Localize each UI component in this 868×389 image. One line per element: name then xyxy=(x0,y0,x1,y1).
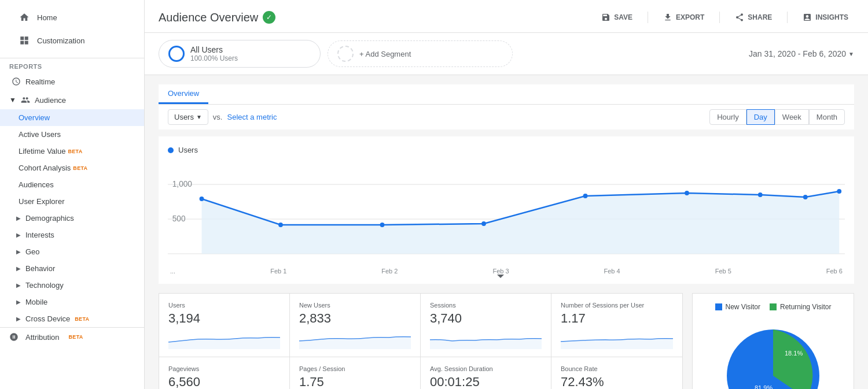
svg-point-6 xyxy=(278,223,283,227)
svg-text:18.1%: 18.1% xyxy=(785,350,803,357)
stat-card-6: Avg. Session Duration 00:01:25 xyxy=(421,357,551,389)
sidebar: Home Customization REPORTS Realtime ▼ Au… xyxy=(0,0,145,389)
chevron-right-tech-icon: ▶ xyxy=(16,282,21,288)
sidebar-item-behavior[interactable]: ▶ Behavior xyxy=(0,260,144,277)
save-icon xyxy=(601,13,610,22)
sidebar-item-attribution[interactable]: Attribution BETA xyxy=(0,327,144,346)
sidebar-item-geo[interactable]: ▶ Geo xyxy=(0,243,144,260)
metric-select: Users ▼ vs. Select a metric xyxy=(168,109,277,125)
sidebar-top: Home Customization xyxy=(0,0,144,58)
stats-grid-container: Users 3,194 New Users 2,833 Sessions 3,7… xyxy=(159,293,683,389)
header-divider-2 xyxy=(719,12,720,23)
sidebar-item-active-users[interactable]: Active Users xyxy=(0,126,144,143)
select-metric-link[interactable]: Select a metric xyxy=(227,113,277,121)
segment-bar: All Users 100.00% Users + Add Segment Ja… xyxy=(145,33,868,75)
page-title: Audience Overview ✓ xyxy=(159,11,275,24)
insights-button[interactable]: INSIGHTS xyxy=(797,9,854,25)
time-buttons: Hourly Day Week Month xyxy=(709,109,845,125)
chevron-right-mobile-icon: ▶ xyxy=(16,299,21,305)
sidebar-item-realtime[interactable]: Realtime xyxy=(0,72,144,91)
line-chart-svg: 1,000 500 xyxy=(168,161,845,265)
tab-bar: Overview xyxy=(159,84,854,105)
stat-card-2: Sessions 3,740 xyxy=(421,294,551,357)
day-button[interactable]: Day xyxy=(746,109,775,125)
chevron-right-behavior-icon: ▶ xyxy=(16,265,21,272)
svg-point-11 xyxy=(758,192,763,197)
sidebar-item-demographics[interactable]: ▶ Demographics xyxy=(0,210,144,227)
reports-label: REPORTS xyxy=(0,58,144,72)
svg-text:1,000: 1,000 xyxy=(172,179,192,188)
main-header: Audience Overview ✓ SAVE EXPORT SHARE IN… xyxy=(145,0,868,33)
share-button[interactable]: SHARE xyxy=(729,9,778,25)
mini-chart-3 xyxy=(561,331,673,349)
pie-chart: New Visitor Returning Visitor xyxy=(692,293,854,389)
stats-section: Users 3,194 New Users 2,833 Sessions 3,7… xyxy=(159,293,854,389)
sidebar-item-overview[interactable]: Overview xyxy=(0,109,144,126)
chevron-right-cross-icon: ▶ xyxy=(16,316,21,322)
mini-chart-2 xyxy=(430,331,542,349)
sidebar-item-audiences[interactable]: Audiences xyxy=(0,176,144,193)
sidebar-item-audience[interactable]: ▼ Audience xyxy=(0,91,144,109)
add-segment-circle xyxy=(337,46,354,62)
tab-overview[interactable]: Overview xyxy=(159,84,208,104)
tabs-container: Overview xyxy=(159,84,854,104)
export-icon xyxy=(663,13,672,22)
month-button[interactable]: Month xyxy=(809,109,845,125)
add-segment-button[interactable]: + Add Segment xyxy=(328,40,513,67)
realtime-icon xyxy=(12,77,21,86)
sidebar-item-user-explorer[interactable]: User Explorer xyxy=(0,193,144,210)
chevron-right-interests-icon: ▶ xyxy=(16,232,21,238)
home-icon xyxy=(19,12,30,23)
all-users-segment[interactable]: All Users 100.00% Users xyxy=(159,40,321,68)
controls-row: Users ▼ vs. Select a metric Hourly Day W… xyxy=(159,105,854,129)
users-dropdown[interactable]: Users ▼ xyxy=(168,109,208,125)
chevron-down-icon: ▼ xyxy=(9,96,16,104)
stat-card-0: Users 3,194 xyxy=(159,294,290,357)
sidebar-item-mobile[interactable]: ▶ Mobile xyxy=(0,294,144,310)
x-axis-labels: ... Feb 1 Feb 2 Feb 3 Feb 4 Feb 5 Feb 6 xyxy=(168,268,845,275)
sidebar-item-lifetime-value[interactable]: Lifetime Value BETA xyxy=(0,143,144,160)
chart-container: Users 1,000 500 xyxy=(159,136,854,284)
svg-point-8 xyxy=(481,221,486,226)
chart-legend: Users xyxy=(168,146,845,154)
svg-text:81.9%: 81.9% xyxy=(755,384,773,389)
week-button[interactable]: Week xyxy=(775,109,809,125)
export-button[interactable]: EXPORT xyxy=(657,9,710,25)
chevron-right-geo-icon: ▶ xyxy=(16,249,21,255)
sidebar-item-home[interactable]: Home xyxy=(9,6,135,29)
chevron-down-date-icon: ▼ xyxy=(848,51,854,57)
stat-card-1: New Users 2,833 xyxy=(290,294,421,357)
mini-chart-1 xyxy=(299,331,411,349)
save-button[interactable]: SAVE xyxy=(595,9,638,25)
returning-visitor-legend: Returning Visitor xyxy=(770,303,832,311)
stat-card-7: Bounce Rate 72.43% xyxy=(551,357,682,389)
line-chart-area: 1,000 500 xyxy=(168,161,845,265)
sidebar-item-customization[interactable]: Customization xyxy=(9,29,135,52)
svg-point-9 xyxy=(583,194,588,198)
hourly-button[interactable]: Hourly xyxy=(709,109,746,125)
stat-card-3: Number of Sessions per User 1.17 xyxy=(551,294,682,357)
pie-chart-container: New Visitor Returning Visitor xyxy=(692,293,854,389)
sidebar-item-technology[interactable]: ▶ Technology xyxy=(0,277,144,294)
new-visitor-dot xyxy=(715,303,722,310)
svg-point-7 xyxy=(380,223,385,227)
attribution-icon xyxy=(9,332,19,342)
segment-info: All Users 100.00% Users xyxy=(190,45,238,62)
legend-dot-users xyxy=(168,147,174,153)
svg-point-10 xyxy=(685,191,689,195)
returning-visitor-dot xyxy=(770,303,777,310)
stat-card-5: Pages / Session 1.75 xyxy=(290,357,421,389)
content-area: Overview Users ▼ vs. Select a metric Hou… xyxy=(145,75,868,389)
sidebar-item-cross-device[interactable]: ▶ Cross Device BETA xyxy=(0,310,144,327)
header-divider-3 xyxy=(787,12,788,23)
svg-text:500: 500 xyxy=(172,214,186,223)
svg-point-5 xyxy=(200,197,204,201)
sidebar-item-interests[interactable]: ▶ Interests xyxy=(0,227,144,243)
svg-point-13 xyxy=(837,189,841,194)
insights-icon xyxy=(803,13,812,22)
stat-card-4: Pageviews 6,560 xyxy=(159,357,290,389)
sidebar-item-cohort-analysis[interactable]: Cohort Analysis BETA xyxy=(0,160,144,176)
new-visitor-legend: New Visitor xyxy=(715,303,760,311)
segment-left: All Users 100.00% Users + Add Segment xyxy=(159,40,513,68)
date-range-picker[interactable]: Jan 31, 2020 - Feb 6, 2020 ▼ xyxy=(749,49,854,58)
